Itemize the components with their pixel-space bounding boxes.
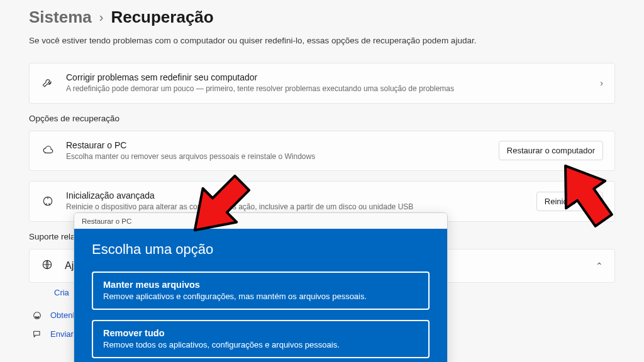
advanced-startup-desc: Reinicie o dispositivo para alterar as c… (66, 202, 525, 212)
restart-now-button[interactable]: Reiniciar agor (536, 192, 603, 211)
wrench-icon (41, 76, 55, 90)
chevron-right-icon: › (99, 10, 104, 25)
dialog-heading: Escolha uma opção (92, 241, 430, 258)
breadcrumb-current: Recuperação (111, 8, 213, 27)
fix-problems-card[interactable]: Corrigir problemas sem redefinir seu com… (29, 63, 615, 104)
advanced-startup-title: Inicialização avançada (66, 190, 525, 200)
breadcrumb: Sistema › Recuperação (29, 8, 615, 27)
reset-pc-card: Restaurar o PC Escolha manter ou remover… (29, 131, 615, 172)
dialog-titlebar: Restaurar o PC (74, 213, 447, 229)
reset-pc-title: Restaurar o PC (66, 140, 487, 150)
remove-all-option[interactable]: Remover tudo Remove todos os aplicativos… (92, 320, 430, 358)
reset-pc-desc: Escolha manter ou remover seus arquivos … (66, 152, 487, 162)
breadcrumb-parent[interactable]: Sistema (29, 8, 92, 27)
keep-files-option[interactable]: Manter meus arquivos Remove aplicativos … (92, 272, 430, 310)
chevron-up-icon: ⌃ (596, 261, 603, 271)
remove-all-desc: Remove todos os aplicativos, configuraçõ… (103, 340, 418, 349)
keep-files-desc: Remove aplicativos e configurações, mas … (103, 292, 418, 301)
globe-icon (41, 258, 53, 273)
fix-problems-title: Corrigir problemas sem redefinir seu com… (66, 72, 589, 82)
keep-files-title: Manter meus arquivos (103, 280, 418, 290)
advanced-startup-icon (41, 194, 55, 208)
reset-pc-dialog: Restaurar o PC Escolha uma opção Manter … (74, 212, 448, 362)
chevron-right-icon: › (600, 78, 603, 88)
help-icon (31, 310, 43, 321)
feedback-icon (31, 329, 43, 340)
recovery-options-label: Opções de recuperação (29, 114, 615, 123)
fix-problems-desc: A redefinição pode demorar um pouco — pr… (66, 84, 589, 94)
cloud-reset-icon (41, 144, 55, 158)
page-subtitle: Se você estiver tendo problemas com o co… (29, 36, 615, 45)
remove-all-title: Remover tudo (103, 328, 418, 338)
reset-pc-button[interactable]: Restaurar o computador (499, 141, 603, 160)
